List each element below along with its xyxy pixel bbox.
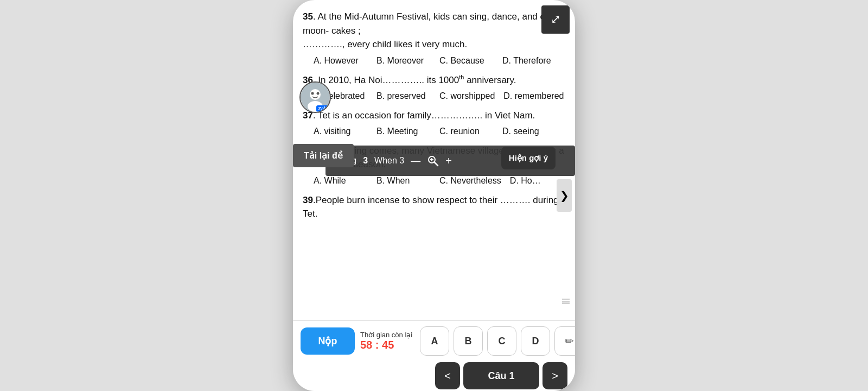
- q35-option-a[interactable]: A. However: [314, 54, 368, 68]
- q35-text2: …………., every child likes it very much.: [303, 37, 565, 52]
- q37-option-c[interactable]: C. reunion: [439, 124, 494, 138]
- q36-option-d[interactable]: D. remembered: [503, 89, 564, 103]
- nav-row: < Câu 1 >: [293, 360, 575, 391]
- left-actions: Tải lại đề: [293, 144, 354, 167]
- svg-point-4: [317, 92, 320, 95]
- svg-point-3: [311, 92, 314, 95]
- q39-text: 39.People burn incense to show respect t…: [303, 193, 565, 221]
- answer-b-button[interactable]: B: [454, 326, 483, 356]
- answer-a-button[interactable]: A: [420, 326, 449, 356]
- question-36: 36. In 2010, Ha Noi………….. its 1000th ann…: [303, 73, 565, 103]
- phone-screen: ⤢ Zalo 35. At the Mid-Autu: [293, 0, 575, 391]
- q39-num: 39: [303, 195, 313, 205]
- question-35: 35. At the Mid-Autumn Festival, kids can…: [303, 10, 565, 67]
- zalo-badge: Zalo: [316, 105, 330, 112]
- question-39: 39.People burn incense to show respect t…: [303, 193, 565, 221]
- nav-right-button[interactable]: ❯: [557, 179, 572, 212]
- edit-button[interactable]: ✏: [554, 326, 575, 356]
- q37-text: 37. Tet is an occasion for family……………..…: [303, 109, 565, 123]
- answer-d-button[interactable]: D: [521, 326, 550, 356]
- timer-block: Thời gian còn lại 58 : 45: [360, 331, 414, 351]
- nav-next-button[interactable]: >: [542, 362, 567, 389]
- q36-options: A. celebrated B. preserved C. worshipped…: [314, 89, 565, 103]
- q37-options: A. visiting B. Meeting C. reunion D. see…: [314, 124, 565, 138]
- nav-prev-button[interactable]: <: [435, 362, 460, 389]
- reload-button[interactable]: Tải lại đề: [293, 144, 354, 167]
- q37-option-b[interactable]: B. Meeting: [376, 124, 431, 138]
- bottom-bar: Nộp Thời gian còn lại 58 : 45 A B C D ✏ …: [293, 320, 575, 391]
- hint-button[interactable]: Hiện gợi ý: [501, 147, 556, 169]
- question-37: 37. Tet is an occasion for family……………..…: [303, 109, 565, 138]
- q37-body: . Tet is an occasion for family…………….. i…: [313, 110, 535, 121]
- timer-value: 58 : 45: [360, 339, 394, 351]
- q35-body: . At the Mid-Autumn Festival, kids can s…: [303, 11, 562, 36]
- zoom-icon[interactable]: [427, 155, 439, 167]
- q39-body: .People burn incense to show respect to …: [303, 195, 559, 219]
- q35-option-b[interactable]: B. Moreover: [376, 54, 431, 68]
- q35-num: 35: [303, 11, 313, 22]
- scroll-indicator: |||: [562, 298, 571, 304]
- q36-option-b[interactable]: B. preserved: [376, 89, 431, 103]
- submit-button[interactable]: Nộp: [301, 327, 355, 355]
- svg-line-6: [435, 162, 438, 166]
- answer-buttons: A B C D ✏: [420, 326, 575, 356]
- q36-body: . In 2010, Ha Noi………….. its 1000: [313, 75, 459, 85]
- q37-option-a[interactable]: A. visiting: [314, 124, 368, 138]
- svg-point-1: [310, 89, 321, 100]
- q35-options: A. However B. Moreover C. Because D. The…: [314, 54, 565, 68]
- toolbar-minus[interactable]: —: [411, 153, 420, 169]
- nav-label-button[interactable]: Câu 1: [463, 362, 539, 389]
- q36-text: 36. In 2010, Ha Noi………….. its 1000th ann…: [303, 73, 565, 87]
- q37-option-d[interactable]: D. seeing: [502, 124, 557, 138]
- toolbar-when: When 3: [374, 154, 404, 168]
- q36-after: anniversary.: [464, 75, 516, 85]
- avatar: Zalo: [299, 81, 331, 113]
- q35-option-c[interactable]: C. Because: [439, 54, 494, 68]
- external-link-button[interactable]: ⤢: [541, 5, 570, 34]
- q35-text: 35. At the Mid-Autumn Festival, kids can…: [303, 10, 565, 37]
- timer-label: Thời gian còn lại: [360, 331, 412, 339]
- toolbar-page-current: 3: [363, 154, 368, 168]
- toolbar-plus[interactable]: +: [445, 152, 452, 169]
- nav-right-icon: ❯: [560, 189, 569, 202]
- answer-c-button[interactable]: C: [487, 326, 516, 356]
- bottom-top-row: Nộp Thời gian còn lại 58 : 45 A B C D ✏: [293, 321, 575, 360]
- q36-option-c[interactable]: C. worshipped: [439, 89, 495, 103]
- q35-option-d[interactable]: D. Therefore: [502, 54, 557, 68]
